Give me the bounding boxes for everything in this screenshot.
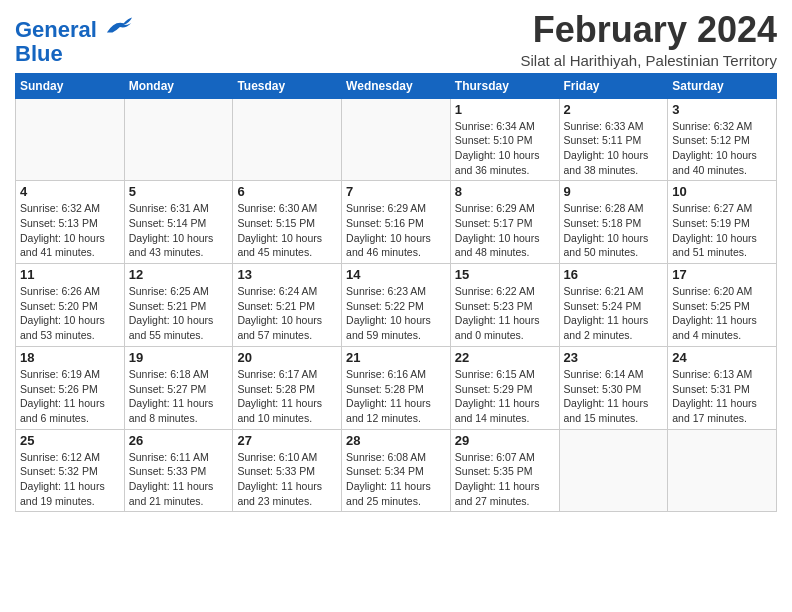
header-day-tuesday: Tuesday [233,73,342,98]
page-header: General Blue February 2024 Silat al Hari… [15,10,777,69]
header-row: SundayMondayTuesdayWednesdayThursdayFrid… [16,73,777,98]
calendar-cell [559,429,668,512]
calendar-cell: 19Sunrise: 6:18 AM Sunset: 5:27 PM Dayli… [124,346,233,429]
day-number: 3 [672,102,772,117]
calendar-cell: 5Sunrise: 6:31 AM Sunset: 5:14 PM Daylig… [124,181,233,264]
day-number: 24 [672,350,772,365]
day-info: Sunrise: 6:31 AM Sunset: 5:14 PM Dayligh… [129,201,229,260]
day-number: 9 [564,184,664,199]
day-number: 11 [20,267,120,282]
calendar-cell [16,98,125,181]
calendar-week-1: 1Sunrise: 6:34 AM Sunset: 5:10 PM Daylig… [16,98,777,181]
day-info: Sunrise: 6:13 AM Sunset: 5:31 PM Dayligh… [672,367,772,426]
calendar-cell: 13Sunrise: 6:24 AM Sunset: 5:21 PM Dayli… [233,264,342,347]
header-day-monday: Monday [124,73,233,98]
day-info: Sunrise: 6:34 AM Sunset: 5:10 PM Dayligh… [455,119,555,178]
calendar-cell: 12Sunrise: 6:25 AM Sunset: 5:21 PM Dayli… [124,264,233,347]
calendar-body: 1Sunrise: 6:34 AM Sunset: 5:10 PM Daylig… [16,98,777,512]
logo-blue: Blue [15,41,63,66]
day-number: 17 [672,267,772,282]
day-info: Sunrise: 6:17 AM Sunset: 5:28 PM Dayligh… [237,367,337,426]
calendar-cell: 3Sunrise: 6:32 AM Sunset: 5:12 PM Daylig… [668,98,777,181]
day-number: 16 [564,267,664,282]
day-number: 4 [20,184,120,199]
day-info: Sunrise: 6:29 AM Sunset: 5:16 PM Dayligh… [346,201,446,260]
calendar-cell: 21Sunrise: 6:16 AM Sunset: 5:28 PM Dayli… [342,346,451,429]
day-info: Sunrise: 6:23 AM Sunset: 5:22 PM Dayligh… [346,284,446,343]
day-info: Sunrise: 6:14 AM Sunset: 5:30 PM Dayligh… [564,367,664,426]
calendar-cell: 7Sunrise: 6:29 AM Sunset: 5:16 PM Daylig… [342,181,451,264]
location-title: Silat al Harithiyah, Palestinian Territo… [520,52,777,69]
day-info: Sunrise: 6:27 AM Sunset: 5:19 PM Dayligh… [672,201,772,260]
calendar-cell [124,98,233,181]
title-block: February 2024 Silat al Harithiyah, Pales… [520,10,777,69]
day-number: 8 [455,184,555,199]
calendar-cell: 15Sunrise: 6:22 AM Sunset: 5:23 PM Dayli… [450,264,559,347]
calendar-cell: 4Sunrise: 6:32 AM Sunset: 5:13 PM Daylig… [16,181,125,264]
day-number: 14 [346,267,446,282]
calendar-cell: 24Sunrise: 6:13 AM Sunset: 5:31 PM Dayli… [668,346,777,429]
day-number: 29 [455,433,555,448]
day-number: 22 [455,350,555,365]
calendar-cell: 9Sunrise: 6:28 AM Sunset: 5:18 PM Daylig… [559,181,668,264]
calendar-cell: 28Sunrise: 6:08 AM Sunset: 5:34 PM Dayli… [342,429,451,512]
calendar-cell: 1Sunrise: 6:34 AM Sunset: 5:10 PM Daylig… [450,98,559,181]
day-number: 25 [20,433,120,448]
day-number: 7 [346,184,446,199]
calendar-cell [233,98,342,181]
day-number: 15 [455,267,555,282]
day-info: Sunrise: 6:24 AM Sunset: 5:21 PM Dayligh… [237,284,337,343]
day-number: 28 [346,433,446,448]
day-number: 5 [129,184,229,199]
day-info: Sunrise: 6:28 AM Sunset: 5:18 PM Dayligh… [564,201,664,260]
month-title: February 2024 [520,10,777,50]
logo-text: General Blue [15,18,133,66]
day-info: Sunrise: 6:15 AM Sunset: 5:29 PM Dayligh… [455,367,555,426]
calendar-cell: 20Sunrise: 6:17 AM Sunset: 5:28 PM Dayli… [233,346,342,429]
header-day-friday: Friday [559,73,668,98]
day-info: Sunrise: 6:08 AM Sunset: 5:34 PM Dayligh… [346,450,446,509]
calendar-week-2: 4Sunrise: 6:32 AM Sunset: 5:13 PM Daylig… [16,181,777,264]
header-day-thursday: Thursday [450,73,559,98]
day-number: 1 [455,102,555,117]
day-info: Sunrise: 6:29 AM Sunset: 5:17 PM Dayligh… [455,201,555,260]
calendar-week-5: 25Sunrise: 6:12 AM Sunset: 5:32 PM Dayli… [16,429,777,512]
calendar-cell: 29Sunrise: 6:07 AM Sunset: 5:35 PM Dayli… [450,429,559,512]
day-info: Sunrise: 6:32 AM Sunset: 5:12 PM Dayligh… [672,119,772,178]
calendar-cell: 6Sunrise: 6:30 AM Sunset: 5:15 PM Daylig… [233,181,342,264]
day-number: 10 [672,184,772,199]
calendar-cell [342,98,451,181]
day-number: 20 [237,350,337,365]
calendar-header: SundayMondayTuesdayWednesdayThursdayFrid… [16,73,777,98]
day-number: 2 [564,102,664,117]
day-number: 18 [20,350,120,365]
calendar-cell: 17Sunrise: 6:20 AM Sunset: 5:25 PM Dayli… [668,264,777,347]
logo: General Blue [15,18,133,66]
day-info: Sunrise: 6:19 AM Sunset: 5:26 PM Dayligh… [20,367,120,426]
day-info: Sunrise: 6:12 AM Sunset: 5:32 PM Dayligh… [20,450,120,509]
day-number: 26 [129,433,229,448]
day-info: Sunrise: 6:21 AM Sunset: 5:24 PM Dayligh… [564,284,664,343]
calendar-cell: 14Sunrise: 6:23 AM Sunset: 5:22 PM Dayli… [342,264,451,347]
day-info: Sunrise: 6:30 AM Sunset: 5:15 PM Dayligh… [237,201,337,260]
calendar-cell: 2Sunrise: 6:33 AM Sunset: 5:11 PM Daylig… [559,98,668,181]
header-day-sunday: Sunday [16,73,125,98]
day-info: Sunrise: 6:22 AM Sunset: 5:23 PM Dayligh… [455,284,555,343]
header-day-saturday: Saturday [668,73,777,98]
calendar-cell [668,429,777,512]
day-info: Sunrise: 6:20 AM Sunset: 5:25 PM Dayligh… [672,284,772,343]
calendar-cell: 22Sunrise: 6:15 AM Sunset: 5:29 PM Dayli… [450,346,559,429]
logo-bird-icon [105,15,133,37]
calendar-cell: 8Sunrise: 6:29 AM Sunset: 5:17 PM Daylig… [450,181,559,264]
calendar-cell: 25Sunrise: 6:12 AM Sunset: 5:32 PM Dayli… [16,429,125,512]
day-info: Sunrise: 6:25 AM Sunset: 5:21 PM Dayligh… [129,284,229,343]
calendar-cell: 23Sunrise: 6:14 AM Sunset: 5:30 PM Dayli… [559,346,668,429]
calendar-cell: 11Sunrise: 6:26 AM Sunset: 5:20 PM Dayli… [16,264,125,347]
day-number: 19 [129,350,229,365]
day-number: 21 [346,350,446,365]
day-info: Sunrise: 6:16 AM Sunset: 5:28 PM Dayligh… [346,367,446,426]
calendar-week-4: 18Sunrise: 6:19 AM Sunset: 5:26 PM Dayli… [16,346,777,429]
calendar-cell: 10Sunrise: 6:27 AM Sunset: 5:19 PM Dayli… [668,181,777,264]
day-info: Sunrise: 6:32 AM Sunset: 5:13 PM Dayligh… [20,201,120,260]
day-info: Sunrise: 6:10 AM Sunset: 5:33 PM Dayligh… [237,450,337,509]
